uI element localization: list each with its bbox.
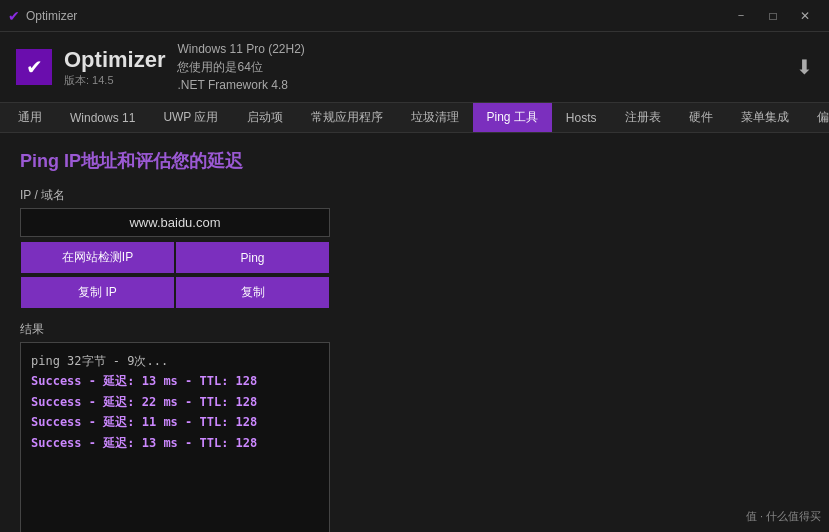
sys-info-line1: Windows 11 Pro (22H2) (177, 40, 304, 58)
title-bar-controls: － □ ✕ (725, 2, 821, 30)
header-system-info: Windows 11 Pro (22H2) 您使用的是64位 .NET Fram… (177, 40, 304, 94)
title-bar-left: ✔ Optimizer (8, 8, 77, 24)
app-version: 版本: 14.5 (64, 73, 165, 88)
title-bar: ✔ Optimizer － □ ✕ (0, 0, 829, 32)
sys-info-line3: .NET Framework 4.8 (177, 76, 304, 94)
page-title: Ping IP地址和评估您的延迟 (20, 149, 809, 173)
title-bar-app-name: Optimizer (26, 9, 77, 23)
results-label: 结果 (20, 321, 809, 338)
header-branding: Optimizer 版本: 14.5 (64, 47, 165, 88)
results-box: ping 32字节 - 9次...Success - 延迟: 13 ms - T… (20, 342, 330, 532)
app-icon: ✔ (8, 8, 20, 24)
tab-menu[interactable]: 菜单集成 (727, 103, 803, 132)
lookup-ip-button[interactable]: 在网站检测IP (21, 242, 174, 273)
action-row-copy: 复制 IP 复制 (20, 276, 330, 309)
minimize-button[interactable]: － (725, 2, 757, 30)
tab-hosts[interactable]: Hosts (552, 103, 611, 132)
watermark: 值 · 什么值得买 (746, 509, 821, 524)
tab-general[interactable]: 通用 (4, 103, 56, 132)
tab-registry[interactable]: 注册表 (611, 103, 675, 132)
tab-startup[interactable]: 启动项 (233, 103, 297, 132)
app-header: ✔ Optimizer 版本: 14.5 Windows 11 Pro (22H… (0, 32, 829, 103)
tab-hardware[interactable]: 硬件 (675, 103, 727, 132)
download-icon[interactable]: ⬇ (796, 55, 813, 79)
app-name: Optimizer (64, 47, 165, 73)
ip-domain-input[interactable] (20, 208, 330, 237)
app-logo: ✔ (16, 49, 52, 85)
close-button[interactable]: ✕ (789, 2, 821, 30)
main-content: Ping IP地址和评估您的延迟 IP / 域名 在网站检测IP Ping 复制… (0, 133, 829, 532)
tab-windows11[interactable]: Windows 11 (56, 103, 149, 132)
copy-ip-button[interactable]: 复制 IP (21, 277, 174, 308)
tab-uwp[interactable]: UWP 应用 (149, 103, 232, 132)
sys-info-line2: 您使用的是64位 (177, 58, 304, 76)
nav-tabs: 通用 Windows 11 UWP 应用 启动项 常规应用程序 垃圾清理 Pin… (0, 103, 829, 133)
ping-button[interactable]: Ping (176, 242, 329, 273)
maximize-button[interactable]: □ (757, 2, 789, 30)
tab-ping[interactable]: Ping 工具 (473, 103, 552, 132)
field-label: IP / 域名 (20, 187, 809, 204)
copy-button[interactable]: 复制 (176, 277, 329, 308)
action-row-top: 在网站检测IP Ping (20, 241, 330, 274)
tab-cleaner[interactable]: 垃圾清理 (397, 103, 473, 132)
header-left: ✔ Optimizer 版本: 14.5 Windows 11 Pro (22H… (16, 40, 305, 94)
tab-apps[interactable]: 常规应用程序 (297, 103, 397, 132)
tab-preferences[interactable]: 偏好选项 (803, 103, 829, 132)
